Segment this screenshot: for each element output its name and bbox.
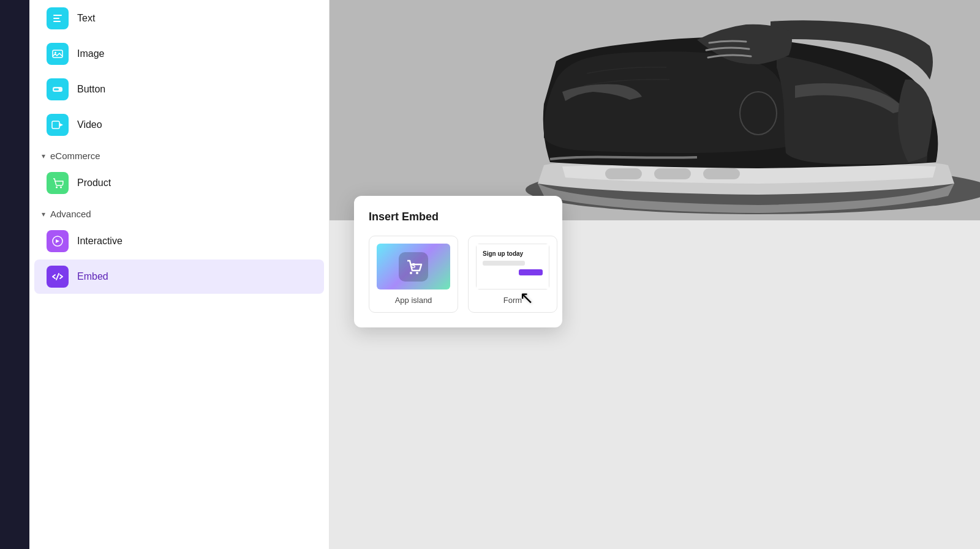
- embed-icon: [47, 266, 69, 288]
- ecommerce-section-header[interactable]: ▾ eCommerce: [29, 143, 329, 165]
- product-icon: [47, 172, 69, 194]
- ecommerce-chevron: ▾: [42, 152, 45, 160]
- advanced-chevron: ▾: [42, 210, 45, 218]
- text-label: Text: [77, 13, 95, 24]
- svg-point-10: [60, 187, 62, 189]
- form-label: Form: [503, 296, 522, 305]
- app-island-preview-bg: S: [377, 244, 450, 289]
- popup-title: Insert Embed: [369, 211, 548, 223]
- svg-rect-7: [52, 121, 59, 129]
- svg-point-19: [410, 272, 412, 274]
- svg-point-9: [56, 187, 58, 189]
- video-icon: [47, 114, 69, 136]
- embed-option-form[interactable]: Sign up today Form: [468, 236, 557, 313]
- insert-embed-popup-overlay: Insert Embed S: [354, 196, 562, 327]
- svg-rect-15: [654, 168, 691, 179]
- sidebar-item-video[interactable]: Video: [34, 108, 324, 142]
- form-preview-input-field: [483, 261, 525, 266]
- dark-strip: [0, 0, 29, 549]
- text-icon: [47, 7, 69, 29]
- embed-label: Embed: [77, 271, 108, 282]
- svg-rect-6: [54, 89, 59, 91]
- sidebar-item-embed[interactable]: Embed: [34, 260, 324, 294]
- advanced-section-header[interactable]: ▾ Advanced: [29, 201, 329, 223]
- sidebar-item-interactive[interactable]: Interactive: [34, 224, 324, 258]
- insert-embed-popup: Insert Embed S: [354, 196, 562, 327]
- sidebar: Text Image Button Video: [29, 0, 330, 549]
- product-label: Product: [77, 177, 111, 189]
- sidebar-item-text[interactable]: Text: [34, 1, 324, 35]
- svg-rect-16: [703, 168, 740, 179]
- form-preview-container: Sign up today: [476, 244, 549, 289]
- sneaker-area: [330, 0, 980, 220]
- interactive-label: Interactive: [77, 236, 123, 247]
- form-preview: Sign up today: [476, 244, 549, 289]
- form-preview-title: Sign up today: [483, 250, 523, 257]
- image-icon: [47, 43, 69, 65]
- embed-option-app-island[interactable]: S App island: [369, 236, 458, 313]
- main-content: Insert Embed S: [330, 0, 980, 549]
- image-label: Image: [77, 48, 104, 59]
- video-label: Video: [77, 119, 102, 130]
- svg-point-4: [55, 52, 56, 54]
- popup-options: S App island Sign up today: [369, 236, 548, 313]
- button-label: Button: [77, 84, 105, 95]
- svg-rect-0: [53, 15, 62, 16]
- form-preview-submit-btn: [519, 269, 543, 275]
- svg-rect-1: [53, 18, 59, 19]
- svg-line-11: [56, 274, 59, 280]
- svg-marker-8: [59, 123, 63, 127]
- svg-rect-3: [53, 50, 62, 58]
- svg-rect-2: [53, 21, 61, 22]
- sidebar-item-image[interactable]: Image: [34, 37, 324, 71]
- app-island-preview: S: [377, 244, 450, 289]
- svg-point-20: [416, 272, 418, 274]
- sidebar-item-product[interactable]: Product: [34, 166, 324, 200]
- interactive-icon: [47, 230, 69, 252]
- svg-rect-14: [605, 168, 642, 179]
- sidebar-item-button[interactable]: Button: [34, 72, 324, 106]
- app-island-label: App island: [395, 296, 432, 305]
- advanced-section-label: Advanced: [50, 209, 91, 219]
- svg-text:S: S: [412, 263, 416, 269]
- ecommerce-section-label: eCommerce: [50, 151, 100, 161]
- button-icon: [47, 78, 69, 100]
